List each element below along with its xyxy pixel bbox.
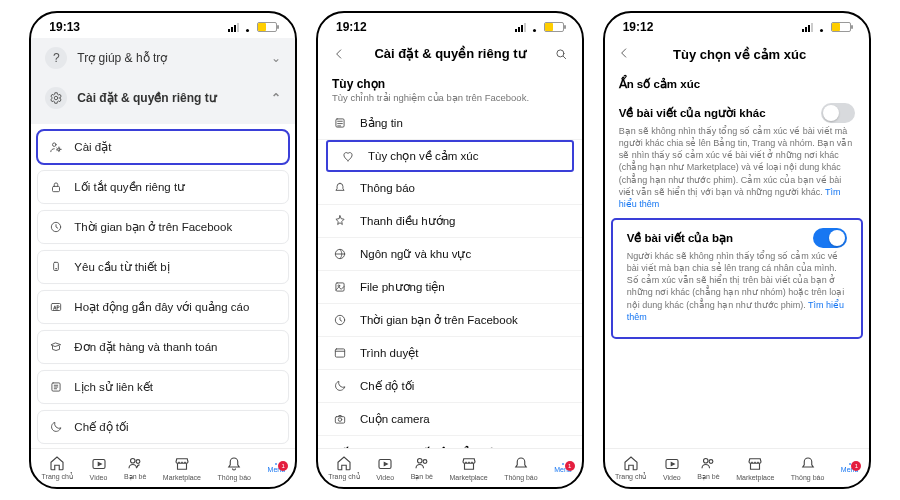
svg-rect-3: [53, 186, 60, 191]
moon-icon: [332, 379, 348, 393]
back-icon[interactable]: [617, 46, 635, 63]
tab-menu[interactable]: 1Menu: [554, 463, 572, 473]
settings-item-dark-mode[interactable]: Chế độ tối: [37, 410, 289, 444]
status-icons: [228, 22, 277, 32]
toggle-your-posts[interactable]: [813, 228, 847, 248]
chevron-up-icon: ⌃: [271, 91, 281, 105]
settings-item-link-history[interactable]: Lịch sử liên kết: [37, 370, 289, 404]
battery-icon: [544, 22, 564, 32]
item-label: Lối tắt quyền riêng tư: [74, 180, 185, 194]
notification-badge: 1: [278, 461, 288, 471]
tab-friends[interactable]: Bạn bè: [411, 454, 433, 481]
row-language[interactable]: Ngôn ngữ và khu vực: [318, 238, 582, 271]
row-label: Cuộn camera: [360, 412, 430, 426]
tab-home[interactable]: Trang chủ: [328, 454, 359, 481]
tab-friends[interactable]: Bạn bè: [124, 454, 146, 481]
row-media[interactable]: File phương tiện: [318, 271, 582, 304]
screen3-content: Tùy chọn về cảm xúc Ẩn số cảm xúc Về bài…: [605, 38, 869, 448]
row-label: Chế độ tối: [360, 379, 414, 393]
item-label: Hoạt động gần đây với quảng cáo: [74, 300, 249, 314]
screen3-header: Tùy chọn về cảm xúc: [605, 38, 869, 71]
tab-video[interactable]: Video: [376, 455, 394, 481]
settings-privacy-row[interactable]: Cài đặt & quyền riêng tư ⌃: [37, 78, 289, 118]
section-subtitle: Tùy chỉnh trải nghiệm của bạn trên Faceb…: [318, 91, 582, 107]
settings-item-general[interactable]: Cài đặt: [37, 130, 289, 164]
back-icon[interactable]: [330, 47, 348, 61]
page-title: Cài đặt & quyền riêng tư: [374, 46, 525, 61]
row-label: Ngôn ngữ và khu vực: [360, 247, 471, 261]
row-time-on-fb[interactable]: Thời gian bạn ở trên Facebook: [318, 304, 582, 337]
tab-notifications[interactable]: Thông báo: [791, 455, 824, 481]
row-camera-roll[interactable]: Cuộn camera: [318, 403, 582, 436]
help-icon: ?: [45, 47, 67, 69]
row-label: Thời gian bạn ở trên Facebook: [360, 313, 518, 327]
wifi-icon: [816, 23, 828, 32]
search-icon[interactable]: [552, 47, 570, 61]
person-gear-icon: [48, 140, 64, 154]
tab-marketplace[interactable]: Marketplace: [736, 455, 774, 481]
settings-expanders: ? Trợ giúp & hỗ trợ ⌄ Cài đặt & quyền ri…: [31, 38, 295, 124]
tab-video[interactable]: Video: [663, 455, 681, 481]
item-label: Đơn đặt hàng và thanh toán: [74, 340, 217, 354]
tab-friends[interactable]: Bạn bè: [697, 454, 719, 481]
card-icon: [48, 340, 64, 354]
row-label: Trình duyệt: [360, 346, 418, 360]
row-notifications[interactable]: Thông báo: [318, 172, 582, 205]
item-label: Cài đặt: [74, 140, 111, 154]
settings-item-time[interactable]: Thời gian bạn ở trên Facebook: [37, 210, 289, 244]
highlight-reaction-prefs: Tùy chọn về cảm xúc: [326, 140, 574, 172]
settings-privacy-label: Cài đặt & quyền riêng tư: [77, 91, 216, 105]
svg-point-25: [423, 460, 427, 464]
option-your-posts: Về bài viết của bạn: [613, 222, 861, 250]
row-navbar[interactable]: Thanh điều hướng: [318, 205, 582, 238]
svg-point-17: [338, 285, 340, 287]
device-icon: [48, 260, 64, 274]
tab-home[interactable]: Trang chủ: [615, 454, 646, 481]
row-reaction-preferences[interactable]: Tùy chọn về cảm xúc: [326, 140, 574, 172]
wifi-icon: [529, 23, 541, 32]
screen2-content: Cài đặt & quyền riêng tư Tùy chọn Tùy ch…: [318, 38, 582, 448]
tab-bar: Trang chủ Video Bạn bè Marketplace Thông…: [318, 448, 582, 487]
row-dark-mode[interactable]: Chế độ tối: [318, 370, 582, 403]
settings-list: Cài đặt Lối tắt quyền riêng tư Thời gian…: [31, 124, 295, 448]
wifi-icon: [242, 23, 254, 32]
tab-marketplace[interactable]: Marketplace: [450, 455, 488, 481]
item-label: Chế độ tối: [74, 420, 128, 434]
item-label: Lịch sử liên kết: [74, 380, 153, 394]
svg-point-12: [136, 460, 140, 464]
svg-rect-19: [335, 349, 344, 357]
row-newsfeed[interactable]: Bảng tin: [318, 107, 582, 140]
settings-item-privacy-shortcut[interactable]: Lối tắt quyền riêng tư: [37, 170, 289, 204]
settings-item-device[interactable]: Yêu cầu từ thiết bị: [37, 250, 289, 284]
option-title: Về bài viết của bạn: [627, 231, 733, 245]
toggle-others-posts[interactable]: [821, 103, 855, 123]
clock-icon: [332, 313, 348, 327]
notification-badge: 1: [851, 461, 861, 471]
help-support-row[interactable]: ? Trợ giúp & hỗ trợ ⌄: [37, 38, 289, 78]
option-title: Về bài viết của người khác: [619, 106, 766, 120]
settings-item-payments[interactable]: Đơn đặt hàng và thanh toán: [37, 330, 289, 364]
status-bar: 19:12: [605, 13, 869, 38]
svg-point-21: [338, 418, 342, 422]
row-label: Bảng tin: [360, 116, 403, 130]
heart-icon: [340, 149, 356, 163]
tab-notifications[interactable]: Thông báo: [218, 455, 251, 481]
tab-menu[interactable]: 1Menu: [268, 463, 286, 473]
option-description: Người khác sẽ không nhìn thấy tổng số cả…: [613, 250, 861, 333]
row-browser[interactable]: Trình duyệt: [318, 337, 582, 370]
status-time: 19:12: [623, 20, 654, 34]
settings-item-ads[interactable]: Hoạt động gần đây với quảng cáo: [37, 290, 289, 324]
notification-badge: 1: [565, 461, 575, 471]
signal-icon: [515, 23, 526, 32]
tab-marketplace[interactable]: Marketplace: [163, 455, 201, 481]
tab-bar: Trang chủ Video Bạn bè Marketplace Thông…: [31, 448, 295, 487]
signal-icon: [228, 23, 239, 32]
tab-notifications[interactable]: Thông báo: [504, 455, 537, 481]
tab-video[interactable]: Video: [90, 455, 108, 481]
svg-point-0: [55, 96, 59, 100]
media-icon: [332, 280, 348, 294]
phone-screen-1: 19:13 ? Trợ giúp & hỗ trợ ⌄ Cài đặt & qu…: [29, 11, 297, 489]
tab-menu[interactable]: 1Menu: [841, 463, 859, 473]
tab-home[interactable]: Trang chủ: [42, 454, 73, 481]
status-icons: [515, 22, 564, 32]
